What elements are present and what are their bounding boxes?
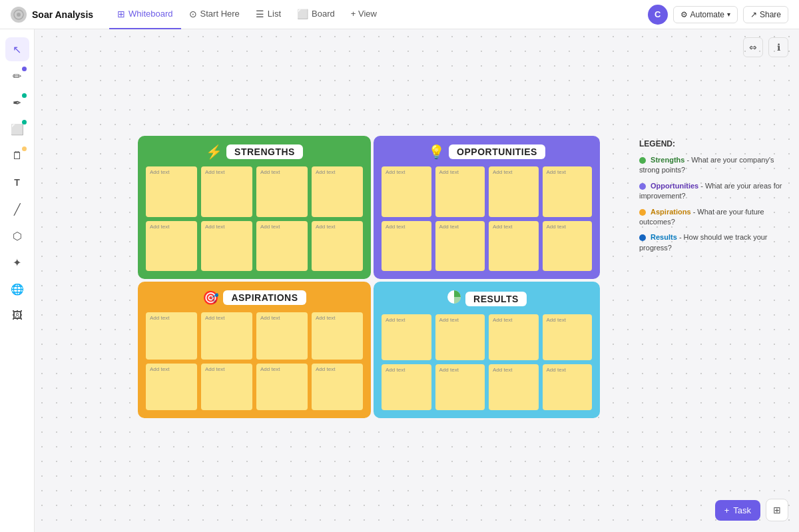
tab-start-here[interactable]: ⊙ Start Here: [181, 0, 248, 29]
opportunities-notes-grid: Add text Add text Add text Add text Add …: [382, 166, 592, 271]
list-icon: ☰: [256, 9, 264, 19]
app-logo: [11, 7, 27, 23]
plus-icon: +: [724, 505, 730, 515]
nav-tabs: ⊞ Whiteboard ⊙ Start Here ☰ List ⬜ Board…: [109, 0, 385, 29]
sticky-note[interactable]: Add text: [382, 314, 431, 360]
tool-magic[interactable]: ✦: [5, 250, 29, 274]
sticky-note[interactable]: Add text: [382, 166, 431, 217]
tool-connect[interactable]: ⬡: [5, 224, 29, 248]
sticky-icon: 🗒: [12, 150, 23, 162]
legend-item-results: Results - How should we track your progr…: [639, 232, 786, 253]
sticky-note[interactable]: Add text: [489, 221, 539, 272]
tab-board[interactable]: ⬜ Board: [289, 0, 343, 29]
tool-globe[interactable]: 🌐: [5, 277, 29, 301]
legend-dot-opportunities: [639, 183, 646, 190]
avatar[interactable]: C: [648, 5, 668, 25]
sticky-note[interactable]: Add text: [312, 221, 363, 272]
sticky-note[interactable]: Add text: [543, 314, 593, 360]
tool-sticky[interactable]: 🗒: [5, 144, 29, 168]
results-icon: [447, 290, 461, 308]
tool-dot-blue: [22, 67, 27, 71]
legend-dot-aspirations: [639, 209, 646, 216]
app-title: Soar Analysis: [32, 9, 93, 20]
share-button[interactable]: ↗ Share: [743, 6, 788, 23]
sticky-note[interactable]: Add text: [146, 364, 197, 411]
bottom-right-actions: + Task ⊞: [715, 499, 788, 521]
sticky-note[interactable]: Add text: [435, 166, 485, 217]
image-icon: 🖼: [12, 310, 23, 322]
sticky-note[interactable]: Add text: [201, 312, 252, 360]
chevron-down-icon: ▾: [727, 11, 730, 18]
connect-icon: ⬡: [13, 230, 22, 242]
aspirations-notes-grid: Add text Add text Add text Add text Add …: [146, 312, 363, 410]
grid-icon: ⊞: [773, 505, 781, 515]
sticky-note[interactable]: Add text: [489, 364, 539, 410]
top-navigation: Soar Analysis ⊞ Whiteboard ⊙ Start Here …: [0, 0, 799, 29]
tool-text[interactable]: T: [5, 170, 29, 194]
sticky-note[interactable]: Add text: [312, 312, 363, 360]
cursor-icon: ↖: [13, 43, 21, 56]
tool-line[interactable]: ╱: [5, 197, 29, 221]
sticky-note[interactable]: Add text: [543, 166, 593, 217]
sticky-note[interactable]: Add text: [256, 312, 308, 360]
legend-dot-strengths: [639, 157, 646, 164]
opportunities-icon: 💡: [428, 144, 445, 160]
sticky-note[interactable]: Add text: [543, 364, 593, 410]
main-area: ↖ ✏ ✒ ⬜ 🗒 T ╱ ⬡ ✦ 🌐: [0, 29, 799, 532]
sticky-note[interactable]: Add text: [312, 364, 363, 411]
legend-item-strengths: Strengths - What are your company's stro…: [639, 155, 786, 176]
sticky-note[interactable]: Add text: [312, 166, 363, 217]
tool-shape[interactable]: ⬜: [5, 117, 29, 141]
tool-draw-plus[interactable]: ✏: [5, 64, 29, 88]
add-task-button[interactable]: + Task: [715, 500, 760, 521]
top-right-tools: ⇔ ℹ: [743, 37, 788, 57]
legend-keyword-strengths: Strengths: [651, 156, 684, 164]
info-icon: ℹ: [777, 42, 780, 53]
sticky-note[interactable]: Add text: [489, 166, 539, 217]
tab-whiteboard[interactable]: ⊞ Whiteboard: [109, 0, 180, 29]
sticky-note[interactable]: Add text: [256, 166, 308, 217]
sticky-note[interactable]: Add text: [382, 221, 431, 272]
sticky-note[interactable]: Add text: [256, 221, 308, 272]
fit-view-button[interactable]: ⇔: [743, 37, 763, 57]
legend-keyword-results: Results: [651, 233, 677, 241]
automate-button[interactable]: ⚙ Automate ▾: [673, 6, 738, 23]
info-button[interactable]: ℹ: [768, 37, 788, 57]
tool-pen[interactable]: ✒: [5, 91, 29, 115]
sticky-note[interactable]: Add text: [435, 221, 485, 272]
sticky-note[interactable]: Add text: [382, 364, 431, 410]
strengths-title: ⚡ STRENGTHS: [146, 144, 363, 160]
tool-select[interactable]: ↖: [5, 37, 29, 61]
canvas-area[interactable]: ⇔ ℹ ⚡ STRENGTHS Add text Add text Add te…: [35, 29, 799, 532]
text-icon: T: [14, 177, 20, 188]
tab-add-view[interactable]: + View: [343, 0, 385, 29]
opportunities-label: OPPORTUNITIES: [449, 144, 545, 159]
opportunities-title: 💡 OPPORTUNITIES: [382, 144, 592, 160]
sticky-note[interactable]: Add text: [146, 166, 197, 217]
sticky-note[interactable]: Add text: [435, 364, 485, 410]
legend-keyword-opportunities: Opportunities: [651, 182, 698, 190]
tab-list[interactable]: ☰ List: [248, 0, 289, 29]
sticky-note[interactable]: Add text: [201, 364, 252, 411]
magic-icon: ✦: [13, 256, 21, 269]
sticky-note[interactable]: Add text: [201, 221, 252, 272]
sticky-note[interactable]: Add text: [201, 166, 252, 217]
strengths-label: STRENGTHS: [226, 144, 303, 159]
sticky-note[interactable]: Add text: [543, 221, 593, 272]
sticky-note[interactable]: Add text: [489, 314, 539, 360]
sticky-note[interactable]: Add text: [256, 364, 308, 411]
strengths-quadrant: ⚡ STRENGTHS Add text Add text Add text A…: [138, 136, 371, 279]
share-icon: ↗: [750, 10, 757, 19]
sticky-note[interactable]: Add text: [146, 312, 197, 360]
board-icon: ⬜: [297, 9, 308, 19]
grid-view-button[interactable]: ⊞: [766, 499, 788, 521]
results-notes-grid: Add text Add text Add text Add text Add …: [382, 314, 592, 410]
pen-icon: ✒: [13, 97, 21, 109]
tool-image[interactable]: 🖼: [5, 304, 29, 328]
shape-icon: ⬜: [11, 123, 24, 136]
draw-plus-icon: ✏: [13, 70, 21, 83]
opportunities-quadrant: 💡 OPPORTUNITIES Add text Add text Add te…: [374, 136, 600, 279]
sticky-note[interactable]: Add text: [146, 221, 197, 272]
sticky-note[interactable]: Add text: [435, 314, 485, 360]
automate-icon: ⚙: [680, 10, 688, 19]
